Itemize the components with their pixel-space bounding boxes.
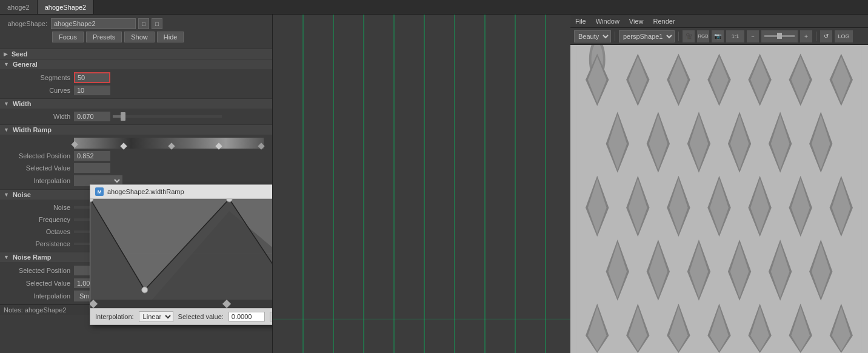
camera-icon[interactable]: 🎥 bbox=[683, 30, 695, 42]
shape-icon-btn-2[interactable]: □ bbox=[152, 18, 162, 29]
presets-button[interactable]: Presets bbox=[86, 32, 122, 42]
interp-footer-select[interactable]: Linear bbox=[139, 311, 173, 322]
noise-ramp-title: Noise Ramp bbox=[13, 254, 52, 261]
shape-label: ahogeShape: bbox=[5, 20, 47, 27]
renderer-select[interactable]: Beauty bbox=[574, 30, 611, 42]
popup-graph-area[interactable] bbox=[90, 199, 273, 308]
hide-button[interactable]: Hide bbox=[157, 32, 184, 42]
ratio-icon[interactable]: 1:1 bbox=[726, 30, 744, 42]
general-title: General bbox=[13, 61, 38, 68]
focus-button[interactable]: Focus bbox=[52, 32, 84, 42]
shape-input[interactable] bbox=[51, 18, 136, 29]
button-row: Focus Presets Show Hide bbox=[52, 32, 267, 42]
green-lines-svg bbox=[273, 15, 570, 353]
tab-bar: ahoge2 ahogeShape2 bbox=[0, 0, 868, 15]
width-ramp-arrow-icon: ▼ bbox=[4, 127, 9, 133]
seed-arrow-icon: ▶ bbox=[4, 51, 8, 57]
toolbar-sep-1 bbox=[615, 32, 615, 41]
width-ramp-val-row: Selected Value bbox=[0, 162, 272, 174]
camera-select[interactable]: perspShape1 bbox=[619, 30, 675, 42]
svg-point-5 bbox=[142, 287, 148, 293]
frequency-label: Frequency bbox=[4, 216, 70, 223]
menu-file[interactable]: File bbox=[575, 18, 586, 25]
shape-row: ahogeShape: □ □ bbox=[5, 18, 267, 29]
curves-label: Curves bbox=[4, 87, 70, 94]
width-arrow-icon: ▼ bbox=[4, 101, 9, 107]
toolbar-sep-3 bbox=[816, 32, 816, 41]
width-ramp-gradient[interactable] bbox=[74, 138, 264, 149]
left-panel: ahogeShape: □ □ Focus Presets Show Hide … bbox=[0, 15, 273, 353]
toolbar-sep-2 bbox=[678, 32, 679, 41]
width-row: Width bbox=[0, 110, 272, 123]
segments-row: Segments bbox=[0, 71, 272, 84]
octaves-label: Octaves bbox=[4, 228, 70, 235]
ramp-graph-svg bbox=[90, 199, 273, 308]
persistence-label: Persistence bbox=[4, 240, 70, 247]
maya-menu-bar: File Window View Render bbox=[570, 15, 868, 28]
segments-label: Segments bbox=[4, 74, 70, 81]
width-title: Width bbox=[13, 100, 31, 107]
width-content: Width bbox=[0, 109, 272, 124]
minus-icon[interactable]: － bbox=[747, 30, 759, 42]
notes-text: Notes: ahogeShape2 bbox=[4, 306, 66, 314]
curves-input[interactable] bbox=[74, 86, 110, 95]
right-panel: File Window View Render Beauty perspShap… bbox=[570, 15, 868, 353]
ramp-marker-row bbox=[90, 300, 273, 308]
marker-0[interactable] bbox=[90, 300, 98, 308]
log-icon[interactable]: LOG bbox=[835, 30, 853, 42]
shape-icon-btn-1[interactable]: □ bbox=[138, 18, 149, 29]
width-ramp-section-header[interactable]: ▼ Width Ramp bbox=[0, 124, 272, 135]
snapshot-icon[interactable]: 📷 bbox=[712, 30, 724, 42]
plus-icon[interactable]: ＋ bbox=[800, 30, 812, 42]
width-slider[interactable] bbox=[113, 115, 222, 118]
show-button[interactable]: Show bbox=[124, 32, 155, 42]
general-arrow-icon: ▼ bbox=[4, 61, 9, 67]
sel-val-footer-input[interactable] bbox=[229, 312, 265, 321]
refresh-icon[interactable]: ↺ bbox=[820, 30, 832, 42]
marker-1[interactable] bbox=[222, 300, 231, 308]
width-ramp-val-label: Selected Value bbox=[4, 164, 70, 172]
menu-view[interactable]: View bbox=[629, 18, 644, 25]
seed-title: Seed bbox=[12, 50, 27, 58]
popup-footer: Interpolation: Linear Selected value: > … bbox=[90, 308, 273, 324]
noise-ramp-pos-label: Selected Position bbox=[4, 267, 70, 274]
ramp-popup: M ahogeShape2.widthRamp — □ ✕ bbox=[90, 184, 273, 325]
general-section-header[interactable]: ▼ General bbox=[0, 59, 272, 69]
graph-area bbox=[273, 15, 570, 353]
width-ramp-pos-row: Selected Position bbox=[0, 150, 272, 162]
popup-icon: M bbox=[95, 187, 104, 196]
width-ramp-pos-input[interactable] bbox=[74, 151, 110, 161]
rgb-icon[interactable]: RGB bbox=[697, 30, 709, 42]
main-layout: ahogeShape: □ □ Focus Presets Show Hide … bbox=[0, 15, 868, 353]
interp-footer-label: Interpolation: bbox=[95, 313, 134, 320]
tab-ahogeshape2[interactable]: ahogeShape2 bbox=[38, 0, 95, 14]
slider-icon[interactable] bbox=[761, 30, 798, 42]
width-input[interactable] bbox=[74, 112, 110, 121]
viewport bbox=[570, 45, 868, 353]
props-area: ahogeShape: □ □ Focus Presets Show Hide bbox=[0, 15, 272, 49]
width-label: Width bbox=[4, 113, 70, 120]
width-ramp-interp-label: Interpolation bbox=[4, 177, 70, 184]
noise-ramp-interp-label: Interpolation bbox=[4, 292, 70, 300]
width-section-header[interactable]: ▼ Width bbox=[0, 98, 272, 109]
segments-input[interactable] bbox=[74, 72, 110, 83]
menu-render[interactable]: Render bbox=[653, 18, 675, 25]
seed-section-header[interactable]: ▶ Seed bbox=[0, 49, 272, 59]
noise-ramp-val-label: Selected Value bbox=[4, 280, 70, 287]
width-ramp-val-input[interactable] bbox=[74, 163, 110, 173]
tab-ahoge2[interactable]: ahoge2 bbox=[0, 0, 38, 14]
width-ramp-gradient-row bbox=[0, 136, 272, 150]
noise-ramp-arrow-icon: ▼ bbox=[4, 254, 9, 260]
menu-window[interactable]: Window bbox=[596, 18, 619, 25]
curves-row: Curves bbox=[0, 84, 272, 96]
popup-titlebar: M ahogeShape2.widthRamp — □ ✕ bbox=[90, 185, 273, 199]
noise-arrow-icon: ▼ bbox=[4, 192, 9, 198]
viewport-svg bbox=[570, 45, 868, 353]
sel-val-footer-label: Selected value: bbox=[178, 313, 224, 320]
noise-title: Noise bbox=[13, 191, 31, 198]
noise-field-label: Noise bbox=[4, 204, 70, 211]
width-ramp-content: Selected Position Selected Value Interpo… bbox=[0, 135, 272, 189]
popup-title: ahogeShape2.widthRamp bbox=[107, 188, 273, 195]
width-ramp-pos-label: Selected Position bbox=[4, 152, 70, 160]
maya-toolbar: Beauty perspShape1 🎥 RGB 📷 1:1 － ＋ ↺ LOG bbox=[570, 28, 868, 45]
